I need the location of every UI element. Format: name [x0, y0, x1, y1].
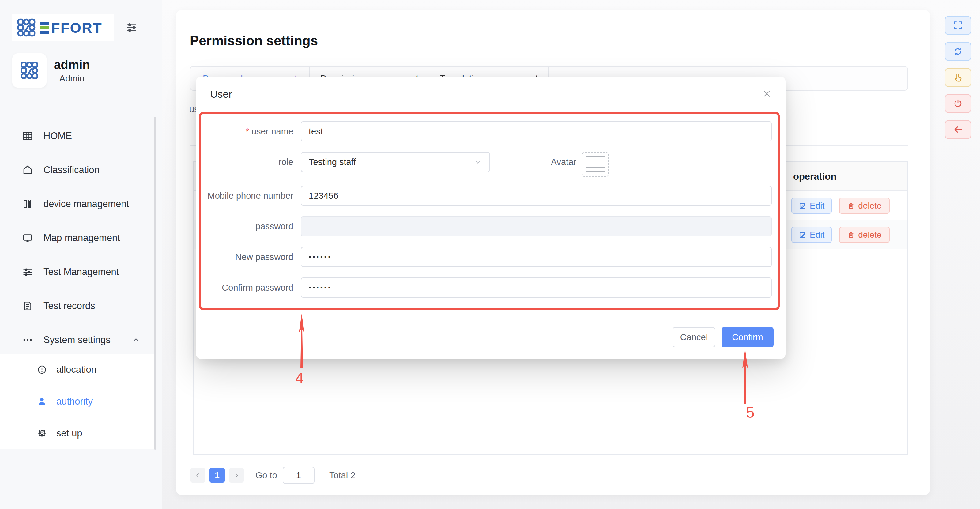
form-row-password: password	[196, 216, 786, 237]
dialog-title: User	[210, 88, 232, 100]
total-count: Total 2	[329, 471, 355, 480]
form-row-user-name: * user name test	[196, 121, 786, 142]
dialog-footer: Cancel Confirm	[196, 327, 786, 347]
delete-button-label: delete	[858, 201, 881, 211]
sidebar-nav: HOME Classification device management Ma…	[0, 119, 155, 357]
sidebar-collapse-icon[interactable]	[125, 21, 138, 34]
edit-button-label: Edit	[810, 201, 824, 211]
confirm-button[interactable]: Confirm	[722, 327, 773, 347]
back-button[interactable]	[945, 120, 971, 139]
brand-text: FFORT	[51, 21, 102, 35]
form-row-confirm-password: Confirm password ••••••	[196, 277, 786, 298]
user-meta: admin Admin	[54, 57, 90, 84]
sidebar-item-classification[interactable]: Classification	[0, 153, 155, 187]
system-settings-submenu: allocation authority set up	[0, 354, 155, 449]
library-icon	[22, 199, 33, 210]
avatar-upload-preview[interactable]	[582, 152, 609, 177]
sidebar-item-label: HOME	[43, 130, 72, 142]
power-button[interactable]	[945, 94, 971, 113]
refresh-button[interactable]	[945, 42, 971, 61]
hand-pointer-button[interactable]	[945, 68, 971, 87]
pagination: 1 Go to 1 Total 2	[191, 466, 355, 485]
sidebar-item-label: Map management	[43, 232, 120, 243]
password-input	[301, 216, 772, 237]
sidebar-item-home[interactable]: HOME	[0, 119, 155, 153]
sidebar: FFORT admin Admin	[0, 0, 162, 509]
user-icon	[37, 396, 47, 407]
mobile-input[interactable]: 123456	[301, 186, 772, 206]
role-select[interactable]: Testing staff	[301, 152, 490, 172]
edit-icon	[799, 202, 807, 210]
edit-button-label: Edit	[810, 230, 824, 240]
user-name-input[interactable]: test	[301, 121, 772, 142]
sidebar-item-label: System settings	[43, 334, 111, 345]
sidebar-item-system-settings[interactable]: System settings	[0, 323, 155, 357]
ellipsis-icon	[22, 334, 33, 345]
sidebar-item-set-up[interactable]: set up	[0, 417, 155, 449]
sliders-icon	[22, 266, 33, 277]
annotation-arrow-4	[296, 313, 307, 368]
page-number-button[interactable]: 1	[210, 468, 225, 483]
form-row-role: role Testing staff Avatar	[196, 152, 786, 172]
delete-button[interactable]: delete	[839, 227, 889, 243]
gear-icon	[37, 428, 47, 439]
sidebar-item-device-management[interactable]: device management	[0, 187, 155, 221]
trash-icon	[847, 231, 855, 239]
user-role: Admin	[59, 73, 84, 84]
cancel-button[interactable]: Cancel	[673, 327, 715, 347]
brand-wordmark: FFORT	[40, 21, 102, 35]
user-card: admin Admin	[12, 52, 144, 88]
sidebar-item-label: Test Management	[43, 266, 119, 277]
form-row-mobile: Mobile phone number 123456	[196, 186, 786, 206]
fullscreen-button[interactable]	[945, 16, 971, 35]
edit-button[interactable]: Edit	[791, 197, 832, 214]
floating-toolbar	[945, 16, 971, 139]
confirm-password-input[interactable]: ••••••	[301, 277, 772, 298]
new-password-input[interactable]: ••••••	[301, 247, 772, 267]
annotation-step-4: 4	[295, 369, 304, 387]
next-page-button[interactable]	[229, 468, 244, 483]
app-root: FFORT admin Admin	[0, 0, 980, 509]
sidebar-item-test-management[interactable]: Test Management	[0, 255, 155, 289]
annotation-arrow-5	[740, 349, 750, 404]
monitor-icon	[22, 232, 33, 243]
refresh-icon	[953, 46, 963, 57]
power-icon	[953, 98, 963, 109]
sidebar-divider	[0, 49, 155, 49]
role-label: role	[202, 152, 293, 172]
avatar	[12, 53, 46, 87]
user-name-label: * user name	[202, 121, 293, 142]
form-row-new-password: New password ••••••	[196, 247, 786, 267]
row-actions: Edit delete	[791, 191, 890, 220]
user-dialog: User * user name test role Testing staff…	[196, 76, 786, 359]
close-icon[interactable]	[762, 89, 774, 101]
sidebar-item-test-records[interactable]: Test records	[0, 289, 155, 323]
goto-page-input[interactable]: 1	[283, 467, 315, 484]
annotation-step-5: 5	[746, 404, 755, 422]
sidebar-item-map-management[interactable]: Map management	[0, 221, 155, 255]
mobile-label: Mobile phone number	[202, 186, 293, 206]
sidebar-item-label: Classification	[43, 164, 100, 175]
delete-button-label: delete	[858, 230, 881, 240]
fullscreen-icon	[953, 20, 963, 31]
row-actions: Edit delete	[791, 220, 890, 249]
sidebar-item-label: authority	[56, 396, 93, 407]
sidebar-item-authority[interactable]: authority	[0, 386, 155, 417]
prev-page-button[interactable]	[191, 468, 205, 483]
page-title: Permission settings	[190, 33, 318, 48]
edit-button[interactable]: Edit	[791, 227, 832, 243]
sidebar-scrollbar[interactable]	[154, 117, 156, 450]
arrow-left-icon	[953, 124, 963, 135]
sidebar-item-allocation[interactable]: allocation	[0, 354, 155, 386]
brand-circuit-icon	[16, 18, 36, 37]
required-mark: *	[246, 126, 249, 137]
new-password-label: New password	[202, 247, 293, 267]
goto-label: Go to	[255, 471, 277, 480]
sidebar-item-label: set up	[56, 428, 82, 439]
delete-button[interactable]: delete	[839, 197, 889, 214]
sidebar-item-label: allocation	[56, 364, 97, 375]
avatar-label: Avatar	[546, 152, 576, 172]
warning-circle-icon	[37, 364, 47, 375]
chevron-right-icon	[233, 472, 240, 479]
trash-icon	[847, 202, 855, 210]
